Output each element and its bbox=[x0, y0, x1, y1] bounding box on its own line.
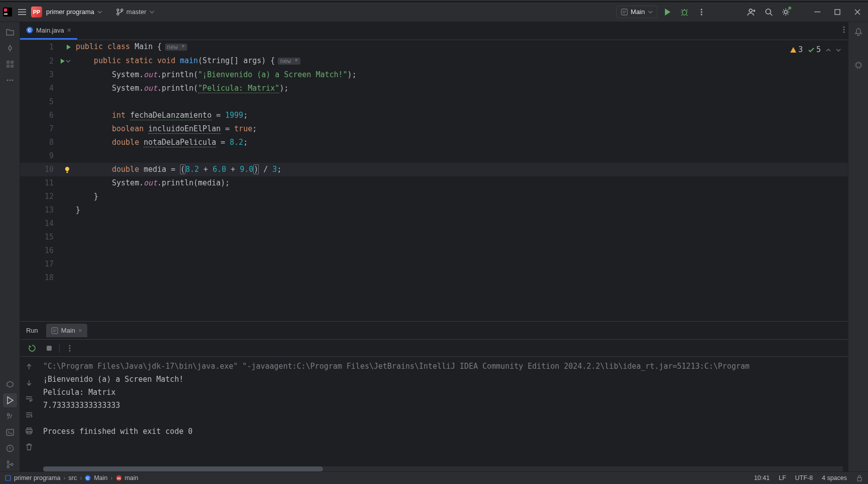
project-tool-icon[interactable] bbox=[3, 25, 17, 39]
run-panel-title: Run bbox=[26, 327, 38, 334]
svg-rect-54 bbox=[857, 477, 861, 481]
gutter-run-icon[interactable] bbox=[67, 45, 71, 50]
code-text: { bbox=[153, 42, 162, 51]
svg-rect-40 bbox=[47, 346, 52, 351]
svg-point-12 bbox=[701, 14, 703, 15]
up-stack-icon[interactable] bbox=[22, 360, 36, 374]
intention-bulb-icon[interactable] bbox=[64, 166, 71, 173]
console-line: ¡Bienvenido (a) a Screen Match! bbox=[43, 375, 184, 384]
code-text: out bbox=[143, 70, 157, 79]
svg-point-35 bbox=[843, 32, 845, 33]
services-tool-icon[interactable] bbox=[3, 377, 17, 391]
maximize-button[interactable] bbox=[829, 2, 846, 22]
svg-point-18 bbox=[9, 47, 12, 50]
readonly-lock-icon[interactable] bbox=[856, 474, 863, 481]
horizontal-scrollbar[interactable] bbox=[43, 466, 843, 471]
chevron-down-icon[interactable] bbox=[97, 11, 102, 14]
inspection-widget[interactable]: 3 5 bbox=[788, 42, 843, 58]
status-encoding[interactable]: UTF-8 bbox=[795, 474, 813, 481]
chevron-down-icon[interactable] bbox=[836, 49, 841, 52]
code-text: } bbox=[76, 205, 80, 214]
navigation-breadcrumb[interactable]: primer programa › src › C Main › m main bbox=[5, 474, 138, 481]
search-icon[interactable] bbox=[762, 5, 776, 19]
code-text: true bbox=[234, 124, 252, 133]
check-icon bbox=[808, 47, 815, 54]
fold-icon[interactable] bbox=[66, 60, 71, 63]
console-line: Película: Matrix bbox=[43, 388, 116, 397]
minimize-button[interactable] bbox=[809, 2, 826, 22]
breadcrumb-item[interactable]: main bbox=[125, 474, 138, 481]
structure-tool-icon[interactable] bbox=[3, 57, 17, 71]
rerun-icon[interactable] bbox=[25, 341, 39, 355]
svg-point-5 bbox=[121, 9, 123, 11]
chevron-up-icon[interactable] bbox=[826, 49, 831, 52]
clear-icon[interactable] bbox=[22, 440, 36, 454]
code-editor[interactable]: 3 5 1public class Main {new * 2 public s… bbox=[20, 40, 848, 321]
warning-count: 3 bbox=[798, 43, 803, 57]
svg-point-33 bbox=[843, 27, 845, 28]
svg-rect-38 bbox=[53, 330, 56, 330]
stop-icon[interactable] bbox=[42, 341, 56, 355]
hamburger-menu-icon[interactable] bbox=[16, 6, 28, 18]
code-text: ; bbox=[277, 165, 281, 174]
branch-icon bbox=[116, 9, 123, 16]
close-tab-icon[interactable]: × bbox=[67, 26, 71, 34]
build-tool-icon[interactable] bbox=[3, 409, 17, 423]
status-indent[interactable]: 4 spaces bbox=[822, 474, 847, 481]
code-with-me-icon[interactable] bbox=[745, 5, 759, 19]
svg-point-13 bbox=[749, 9, 752, 12]
svg-point-47 bbox=[856, 63, 861, 68]
close-icon[interactable]: × bbox=[78, 327, 82, 334]
more-actions-icon[interactable] bbox=[695, 5, 709, 19]
debug-button[interactable] bbox=[677, 5, 691, 19]
soft-wrap-icon[interactable] bbox=[22, 392, 36, 406]
file-tab-main[interactable]: C Main.java × bbox=[20, 22, 77, 40]
run-process-tab[interactable]: Main × bbox=[46, 324, 87, 337]
java-class-icon: C bbox=[26, 27, 33, 34]
status-line-separator[interactable]: LF bbox=[779, 474, 786, 481]
settings-icon[interactable] bbox=[779, 5, 793, 19]
git-branch-selector[interactable]: master bbox=[113, 6, 157, 18]
more-tool-icon[interactable] bbox=[3, 73, 17, 87]
problems-tool-icon[interactable] bbox=[3, 441, 17, 455]
project-name[interactable]: primer programa bbox=[46, 8, 94, 16]
run-button[interactable] bbox=[660, 5, 674, 19]
svg-point-15 bbox=[784, 11, 787, 14]
breadcrumb-item[interactable]: src bbox=[69, 474, 77, 481]
code-text: 8.2 bbox=[230, 138, 243, 147]
commit-tool-icon[interactable] bbox=[3, 41, 17, 55]
right-tool-stripe bbox=[848, 22, 868, 471]
vcs-tool-icon[interactable] bbox=[3, 457, 17, 471]
left-tool-stripe bbox=[0, 22, 20, 471]
code-text: ; bbox=[252, 124, 257, 133]
print-icon[interactable] bbox=[22, 424, 36, 438]
ide-window: PP primer programa master Main bbox=[0, 2, 868, 471]
svg-rect-20 bbox=[11, 61, 13, 63]
scrollbar-thumb[interactable] bbox=[43, 466, 323, 471]
down-stack-icon[interactable] bbox=[22, 376, 36, 390]
breadcrumb-item[interactable]: primer programa bbox=[14, 474, 60, 481]
svg-point-43 bbox=[69, 350, 71, 351]
more-icon[interactable] bbox=[63, 341, 77, 355]
terminal-tool-icon[interactable] bbox=[3, 425, 17, 439]
run-configuration-selector[interactable]: Main bbox=[616, 6, 657, 18]
close-window-button[interactable] bbox=[849, 2, 866, 22]
console-output[interactable]: "C:\Program Files\Java\jdk-17\bin\java.e… bbox=[38, 357, 848, 466]
svg-point-14 bbox=[766, 9, 771, 14]
ai-assistant-icon[interactable] bbox=[851, 58, 865, 72]
breadcrumb-item[interactable]: Main bbox=[94, 474, 107, 481]
tabs-more-icon[interactable] bbox=[843, 26, 845, 33]
run-tab-label: Main bbox=[61, 327, 75, 334]
code-text bbox=[76, 124, 112, 133]
notifications-icon[interactable] bbox=[851, 25, 865, 39]
svg-point-3 bbox=[117, 9, 119, 11]
status-caret-position[interactable]: 10:41 bbox=[754, 474, 770, 481]
svg-point-10 bbox=[701, 9, 703, 10]
gutter-run-icon[interactable] bbox=[61, 59, 65, 64]
svg-rect-17 bbox=[835, 10, 840, 15]
scroll-to-end-icon[interactable] bbox=[22, 408, 36, 422]
svg-point-25 bbox=[12, 80, 13, 81]
code-text bbox=[76, 165, 112, 174]
svg-rect-36 bbox=[66, 172, 68, 173]
run-tool-icon[interactable] bbox=[3, 393, 17, 407]
